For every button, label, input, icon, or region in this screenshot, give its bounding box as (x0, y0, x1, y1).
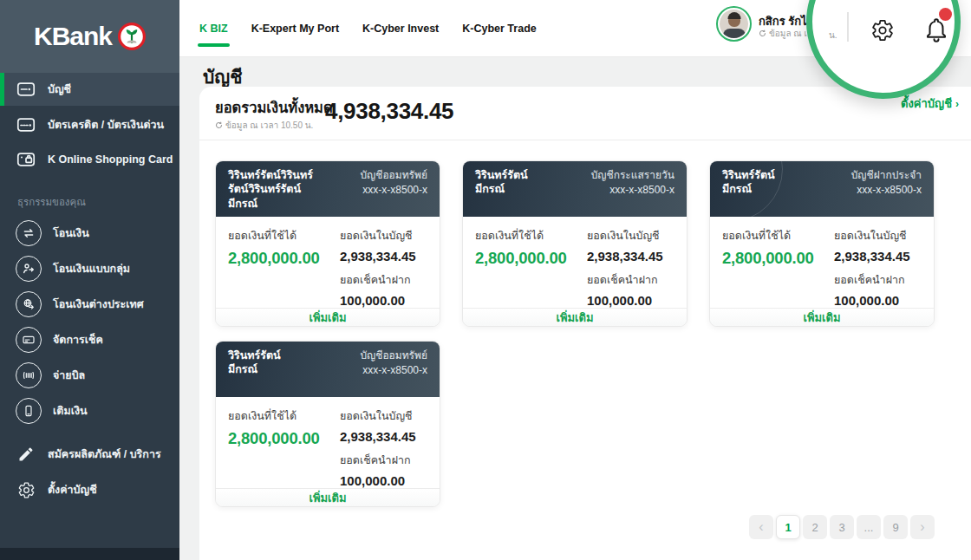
sidebar-item-apply-products[interactable]: สมัครผลิตภัณฑ์ / บริการ (0, 438, 179, 471)
tab-k-cyber-invest[interactable]: K-Cyber Invest (362, 23, 439, 35)
available-balance-value: 2,800,000.00 (228, 429, 337, 448)
more-button[interactable]: เพิ่มเติม (216, 488, 440, 507)
chevron-right-icon: › (955, 98, 959, 110)
cheque-deposit-label: ยอดเช็คนำฝาก (834, 271, 910, 289)
sidebar-item-label: บัญชี (48, 81, 71, 98)
account-card: วิรินทร์รัตน์ มีกรณ์ บัญชีกระแสรายวัน xx… (462, 160, 688, 327)
account-card-header: วิรินทร์รัตน์ มีกรณ์ บัญชีออมทรัพย์ xxx-… (216, 342, 440, 397)
account-number: xxx-x-x8500-x (360, 183, 427, 198)
summary-header: ยอดรวมเงินทั้งหมด ข้อมูล ณ เวลา 10.50 น.… (199, 87, 971, 140)
sidebar-item-top-up[interactable]: เติมเงิน (0, 393, 179, 428)
account-card-icon (16, 79, 36, 100)
topbar-divider (847, 12, 849, 42)
avatar-photo (720, 10, 748, 38)
account-card-header: วิรินทร์รัตน์ มีกรณ์ บัญชีฝากประจำ xxx-x… (710, 161, 934, 217)
more-button[interactable]: เพิ่มเติม (463, 308, 687, 327)
account-number: xxx-x-x8500-x (360, 363, 427, 378)
available-balance-value: 2,800,000.00 (722, 249, 831, 268)
pagination-page-2[interactable]: 2 (803, 515, 827, 539)
sidebar-item-label: จัดการเช็ค (53, 331, 103, 348)
sidebar-item-label: โอนเงินแบบกลุ่ม (53, 260, 130, 277)
settings-gear-icon[interactable] (870, 18, 895, 42)
summary-updated-time: ข้อมูล ณ เวลา 10.50 น. (215, 119, 313, 132)
sidebar-item-label: บัตรเครดิต / บัตรเงินด่วน (48, 116, 164, 133)
cheque-deposit-value: 100,000.00 (340, 473, 416, 488)
sidebar-bottom-strip (0, 548, 179, 560)
sidebar-item-international-transfer[interactable]: โอนเงินต่างประเทศ (0, 286, 179, 322)
account-holder-name: วิรินทร์รัตน์ มีกรณ์ (475, 168, 528, 210)
more-button[interactable]: เพิ่มเติม (710, 308, 934, 327)
account-type: บัญชีออมทรัพย์ (360, 348, 427, 363)
account-type: บัญชีออมทรัพย์ (360, 168, 427, 183)
account-balance-label: ยอดเงินในบัญชี (587, 227, 663, 244)
cheque-deposit-label: ยอดเช็คนำฝาก (340, 271, 416, 289)
cheque-deposit-value: 100,000.00 (340, 293, 416, 308)
top-navigation: K BIZ K-Expert My Port K-Cyber Invest K-… (199, 0, 537, 57)
kbank-emblem-icon (118, 23, 146, 50)
pagination-page-1[interactable]: 1 (776, 515, 800, 539)
kbank-logo-text: KBank (34, 22, 112, 51)
account-card: วิรินทร์รัตน์ มีกรณ์ บัญชีฝากประจำ xxx-x… (709, 160, 935, 327)
cheque-deposit-value: 100,000.00 (587, 293, 663, 308)
tab-k-biz[interactable]: K BIZ (199, 23, 228, 35)
sidebar-item-online-shopping-card[interactable]: K Online Shopping Card (0, 143, 179, 176)
account-cards-grid: วิรินทร์รัตน์วิรินทร์ รัตน์วิรินทร์รัตน์… (215, 160, 961, 507)
accounts-panel: ยอดรวมเงินทั้งหมด ข้อมูล ณ เวลา 10.50 น.… (199, 87, 971, 560)
international-transfer-icon (16, 291, 42, 317)
sidebar-item-account-settings[interactable]: ตั้งค่าบัญชี (0, 473, 179, 506)
sidebar-item-group-transfer[interactable]: โอนเงินแบบกลุ่ม (0, 251, 179, 286)
kbank-logo[interactable]: KBank (0, 0, 179, 73)
user-updated-time-tail: น. (829, 29, 837, 42)
barcode-icon (16, 362, 42, 388)
shopping-card-icon (16, 149, 36, 170)
account-settings-link[interactable]: ตั้งค่าบัญชี› (901, 94, 959, 113)
total-balance-value: 4,938,334.45 (325, 98, 453, 125)
cheque-icon (16, 327, 42, 353)
refresh-icon (215, 121, 223, 129)
account-balance-label: ยอดเงินในบัญชี (834, 227, 910, 244)
account-holder-name: วิรินทร์รัตน์ มีกรณ์ (228, 348, 281, 390)
avatar[interactable] (716, 6, 752, 42)
sidebar-item-label: โอนเงินต่างประเทศ (53, 296, 144, 313)
available-balance-label: ยอดเงินที่ใช้ได้ (228, 227, 337, 244)
cheque-deposit-label: ยอดเช็คนำฝาก (587, 271, 663, 289)
account-balance-label: ยอดเงินในบัญชี (340, 227, 416, 244)
account-balance-value: 2,938,334.45 (834, 249, 910, 264)
available-balance-value: 2,800,000.00 (228, 249, 337, 268)
refresh-icon (759, 29, 766, 37)
pencil-icon (16, 444, 36, 465)
sidebar-item-label: สมัครผลิตภัณฑ์ / บริการ (48, 446, 161, 463)
available-balance-value: 2,800,000.00 (475, 249, 584, 268)
account-number: xxx-x-x8500-x (591, 183, 674, 198)
sidebar-item-manage-cheques[interactable]: จัดการเช็ค (0, 322, 179, 357)
account-balance-value: 2,938,334.45 (587, 249, 663, 264)
account-card-header: วิรินทร์รัตน์ มีกรณ์ บัญชีกระแสรายวัน xx… (463, 161, 687, 217)
sidebar-item-transfer[interactable]: โอนเงิน (0, 215, 179, 251)
app-window: KBank บัญชี บัตรเ (0, 0, 971, 560)
sidebar-item-credit-cards[interactable]: บัตรเครดิต / บัตรเงินด่วน (0, 108, 179, 141)
available-balance-label: ยอดเงินที่ใช้ได้ (475, 227, 584, 244)
account-holder-name: วิรินทร์รัตน์ มีกรณ์ (722, 168, 775, 210)
more-button[interactable]: เพิ่มเติม (216, 308, 440, 327)
account-holder-name: วิรินทร์รัตน์วิรินทร์ รัตน์วิรินทร์รัตน์… (228, 168, 313, 210)
pagination-prev-button[interactable]: ‹ (749, 515, 773, 539)
account-card: วิรินทร์รัตน์วิรินทร์ รัตน์วิรินทร์รัตน์… (215, 160, 440, 327)
pagination-next-button[interactable]: › (910, 515, 935, 539)
sidebar: KBank บัญชี บัตรเ (0, 0, 179, 560)
sidebar-item-pay-bills[interactable]: จ่ายบิล (0, 357, 179, 393)
available-balance-label: ยอดเงินที่ใช้ได้ (722, 227, 831, 244)
pagination-page-9[interactable]: 9 (883, 515, 908, 539)
tab-k-cyber-trade[interactable]: K-Cyber Trade (462, 23, 536, 35)
pagination-page-3[interactable]: 3 (830, 515, 854, 539)
cheque-deposit-label: ยอดเช็คนำฝาก (340, 452, 416, 469)
notification-badge (939, 8, 952, 21)
sidebar-item-label: ตั้งค่าบัญชี (48, 481, 97, 498)
tab-k-expert-my-port[interactable]: K-Expert My Port (251, 23, 339, 35)
cheque-deposit-value: 100,000.00 (834, 293, 910, 308)
group-transfer-icon (16, 256, 42, 282)
account-balance-label: ยอดเงินในบัญชี (340, 407, 416, 425)
pagination-ellipsis[interactable]: ... (857, 515, 881, 539)
gear-icon (16, 479, 36, 500)
sidebar-item-accounts[interactable]: บัญชี (0, 73, 179, 106)
sidebar-item-label: จ่ายบิล (53, 367, 85, 384)
